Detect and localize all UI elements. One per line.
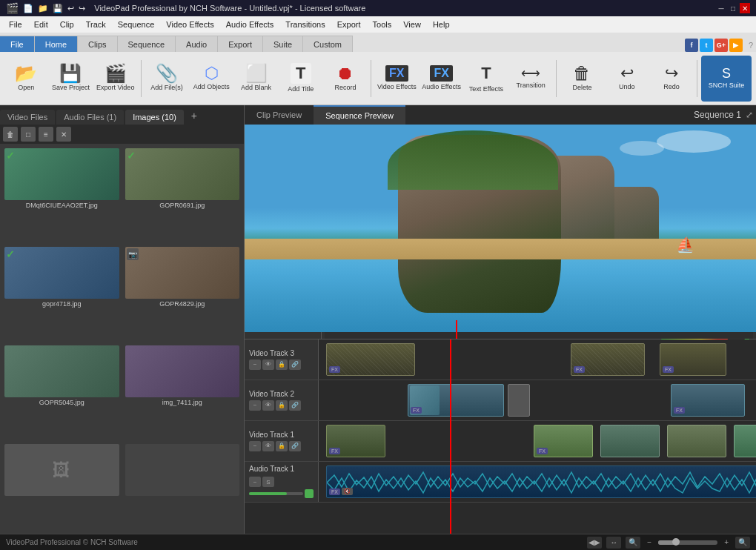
track-1-link[interactable]: 🔗 (289, 441, 301, 451)
add-title-button[interactable]: T Add Title (279, 56, 322, 102)
media-tab-images[interactable]: Images (10) (125, 110, 184, 125)
audio-effects-button[interactable]: FX Audio Effects (420, 56, 462, 102)
playhead[interactable] (456, 320, 457, 339)
zoom-thumb[interactable] (672, 538, 680, 546)
menu-edit[interactable]: Edit (28, 16, 54, 33)
redo-button[interactable]: ↪ Redo (650, 56, 693, 102)
maximize-preview-button[interactable]: ⤢ (746, 110, 753, 120)
track-3-link[interactable]: 🔗 (289, 360, 301, 370)
menu-help[interactable]: Help (427, 16, 456, 33)
menu-file[interactable]: File (3, 16, 28, 33)
tab-custom[interactable]: Custom (303, 36, 353, 52)
google-icon[interactable]: G+ (714, 39, 728, 52)
menu-view[interactable]: View (397, 16, 427, 33)
media-delete-button[interactable]: 🗑 (3, 127, 18, 142)
save-project-button[interactable]: 💾 Save Project (49, 56, 92, 102)
save-icon[interactable]: 💾 (53, 4, 63, 13)
tab-sequence[interactable]: Sequence (118, 36, 176, 52)
track-2-lock[interactable]: 👁 (262, 400, 274, 411)
audio-solo[interactable]: S (262, 477, 274, 487)
tab-sequence-preview[interactable]: Sequence Preview (314, 105, 405, 125)
track-clip[interactable]: FX (326, 425, 385, 457)
track-1-mute[interactable]: − (249, 441, 261, 451)
track-clip[interactable] (734, 425, 756, 457)
help-icon[interactable]: ? (749, 41, 753, 50)
media-tab-video-files[interactable]: Video Files (0, 110, 55, 125)
media-list-button[interactable]: ≡ (39, 127, 53, 142)
menu-audio-effects[interactable]: Audio Effects (220, 16, 280, 33)
track-clip[interactable] (667, 425, 726, 457)
redo-icon[interactable]: ↪ (79, 4, 85, 13)
text-effects-button[interactable]: T Text Effects (465, 56, 508, 102)
menu-transitions[interactable]: Transitions (279, 16, 331, 33)
track-clip[interactable]: FX (408, 384, 504, 417)
undo-button[interactable]: ↩ Undo (606, 56, 649, 102)
status-zoom-button[interactable]: 🔍 (626, 537, 640, 549)
menu-sequence[interactable]: Sequence (112, 16, 161, 33)
list-item[interactable]: ✓ DMqt6CIUEAAO2ET.jpg (3, 147, 121, 242)
track-clip[interactable] (508, 384, 530, 417)
track-clip[interactable] (600, 425, 660, 457)
rss-icon[interactable]: ▶ (729, 39, 743, 52)
media-close-button[interactable]: ✕ (56, 127, 71, 142)
menu-clip[interactable]: Clip (54, 16, 80, 33)
tab-suite[interactable]: Suite (263, 36, 303, 52)
facebook-icon[interactable]: f (685, 39, 698, 52)
zoom-slider[interactable] (658, 540, 717, 545)
undo-icon[interactable]: ↩ (67, 4, 74, 13)
close-button[interactable]: ✕ (740, 3, 750, 13)
transition-button[interactable]: ⟷ Transition (509, 56, 552, 102)
delete-button[interactable]: 🗑 Delete (560, 56, 603, 102)
tab-clip-preview[interactable]: Clip Preview (245, 105, 314, 125)
record-button[interactable]: ⏺ Record (324, 56, 367, 102)
list-item[interactable]: ✓ GOPR0691.jpg (124, 147, 242, 242)
track-2-mute[interactable]: − (249, 400, 261, 411)
menu-export[interactable]: Export (331, 16, 367, 33)
track-clip[interactable]: FX (671, 384, 745, 417)
status-fit-button[interactable]: ↔ (606, 537, 621, 549)
track-clip[interactable]: FX 🔇 (326, 465, 756, 498)
list-item[interactable]: ✓ gopr4718.jpg (3, 245, 121, 341)
minimize-button[interactable]: ─ (716, 3, 726, 13)
twitter-icon[interactable]: t (700, 39, 713, 52)
audio-mute[interactable]: − (249, 477, 261, 487)
media-thumbnail-button[interactable]: □ (21, 127, 36, 142)
list-item[interactable]: 📷 GOPR4829.jpg (124, 245, 242, 341)
media-tab-add[interactable]: + (185, 107, 203, 125)
window-controls[interactable]: ─ □ ✕ (716, 3, 750, 13)
tab-home[interactable]: Home (35, 36, 78, 52)
audio-volume-bar[interactable] (249, 492, 303, 495)
add-blank-button[interactable]: ⬜ Add Blank (234, 56, 277, 102)
tab-file[interactable]: File (0, 36, 35, 52)
track-1-fx[interactable]: 🔒 (276, 441, 288, 451)
list-item[interactable]: 🖼 (3, 443, 121, 531)
track-clip[interactable]: FX (326, 343, 415, 376)
media-tab-audio-files[interactable]: Audio Files (1) (56, 110, 124, 125)
menu-track[interactable]: Track (80, 16, 112, 33)
tab-clips[interactable]: Clips (78, 36, 117, 52)
status-search-button[interactable]: 🔍 (735, 537, 750, 549)
open-button[interactable]: 📂 Open (4, 56, 47, 102)
menu-tools[interactable]: Tools (367, 16, 398, 33)
track-clip[interactable]: FX (571, 343, 645, 376)
list-item[interactable]: img_7411.jpg (124, 344, 242, 440)
export-video-button[interactable]: 🎬 Export Video (94, 56, 137, 102)
track-clip[interactable]: FX (534, 425, 593, 457)
track-2-link[interactable]: 🔗 (289, 400, 301, 411)
track-1-lock[interactable]: 👁 (262, 441, 274, 451)
nch-suite-button[interactable]: S SNCH Suite (701, 56, 752, 102)
add-objects-button[interactable]: ⬡ Add Objects (190, 56, 233, 102)
maximize-button[interactable]: □ (728, 3, 738, 13)
zoom-minus-button[interactable]: − (645, 538, 654, 546)
tab-audio[interactable]: Audio (176, 36, 218, 52)
new-icon[interactable]: 📄 (23, 4, 33, 13)
open-icon[interactable]: 📁 (38, 4, 48, 13)
track-3-lock[interactable]: 👁 (262, 360, 274, 370)
video-effects-button[interactable]: FX Video Effects (375, 56, 418, 102)
track-3-fx[interactable]: 🔒 (276, 360, 288, 370)
list-item[interactable] (124, 443, 242, 531)
tab-export[interactable]: Export (218, 36, 263, 52)
menu-video-effects[interactable]: Video Effects (160, 16, 219, 33)
track-3-mute[interactable]: − (249, 360, 261, 370)
track-2-fx[interactable]: 🔒 (276, 400, 288, 411)
